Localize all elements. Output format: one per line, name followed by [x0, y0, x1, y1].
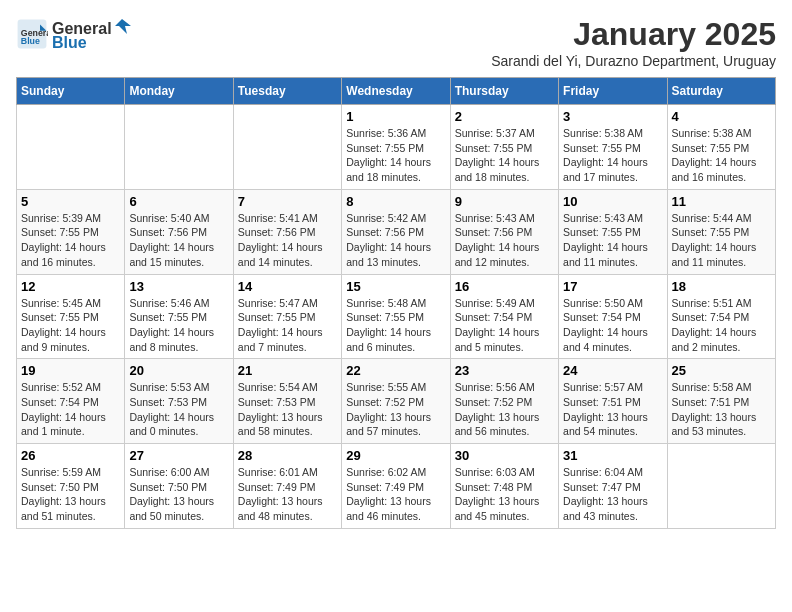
table-row: 5Sunrise: 5:39 AM Sunset: 7:55 PM Daylig…: [17, 189, 125, 274]
day-number: 1: [346, 109, 445, 124]
table-row: 14Sunrise: 5:47 AM Sunset: 7:55 PM Dayli…: [233, 274, 341, 359]
day-number: 18: [672, 279, 771, 294]
table-row: 10Sunrise: 5:43 AM Sunset: 7:55 PM Dayli…: [559, 189, 667, 274]
calendar-week-row: 5Sunrise: 5:39 AM Sunset: 7:55 PM Daylig…: [17, 189, 776, 274]
table-row: [667, 444, 775, 529]
logo: General Blue General Blue: [16, 16, 131, 52]
day-info: Sunrise: 6:02 AM Sunset: 7:49 PM Dayligh…: [346, 465, 445, 524]
day-number: 19: [21, 363, 120, 378]
day-info: Sunrise: 5:46 AM Sunset: 7:55 PM Dayligh…: [129, 296, 228, 355]
calendar-header-row: Sunday Monday Tuesday Wednesday Thursday…: [17, 78, 776, 105]
day-info: Sunrise: 5:43 AM Sunset: 7:56 PM Dayligh…: [455, 211, 554, 270]
day-info: Sunrise: 5:39 AM Sunset: 7:55 PM Dayligh…: [21, 211, 120, 270]
day-number: 12: [21, 279, 120, 294]
day-number: 7: [238, 194, 337, 209]
day-info: Sunrise: 5:51 AM Sunset: 7:54 PM Dayligh…: [672, 296, 771, 355]
calendar-week-row: 1Sunrise: 5:36 AM Sunset: 7:55 PM Daylig…: [17, 105, 776, 190]
table-row: 29Sunrise: 6:02 AM Sunset: 7:49 PM Dayli…: [342, 444, 450, 529]
calendar-table: Sunday Monday Tuesday Wednesday Thursday…: [16, 77, 776, 529]
day-info: Sunrise: 5:45 AM Sunset: 7:55 PM Dayligh…: [21, 296, 120, 355]
calendar-week-row: 12Sunrise: 5:45 AM Sunset: 7:55 PM Dayli…: [17, 274, 776, 359]
day-number: 21: [238, 363, 337, 378]
col-friday: Friday: [559, 78, 667, 105]
title-block: January 2025 Sarandi del Yi, Durazno Dep…: [491, 16, 776, 69]
table-row: [125, 105, 233, 190]
day-number: 11: [672, 194, 771, 209]
month-title: January 2025: [491, 16, 776, 53]
table-row: 9Sunrise: 5:43 AM Sunset: 7:56 PM Daylig…: [450, 189, 558, 274]
day-number: 25: [672, 363, 771, 378]
svg-marker-4: [115, 19, 131, 34]
table-row: 21Sunrise: 5:54 AM Sunset: 7:53 PM Dayli…: [233, 359, 341, 444]
table-row: 18Sunrise: 5:51 AM Sunset: 7:54 PM Dayli…: [667, 274, 775, 359]
day-info: Sunrise: 5:40 AM Sunset: 7:56 PM Dayligh…: [129, 211, 228, 270]
day-info: Sunrise: 6:04 AM Sunset: 7:47 PM Dayligh…: [563, 465, 662, 524]
day-number: 13: [129, 279, 228, 294]
calendar-week-row: 26Sunrise: 5:59 AM Sunset: 7:50 PM Dayli…: [17, 444, 776, 529]
col-saturday: Saturday: [667, 78, 775, 105]
day-number: 30: [455, 448, 554, 463]
col-sunday: Sunday: [17, 78, 125, 105]
day-info: Sunrise: 5:55 AM Sunset: 7:52 PM Dayligh…: [346, 380, 445, 439]
table-row: 28Sunrise: 6:01 AM Sunset: 7:49 PM Dayli…: [233, 444, 341, 529]
table-row: [17, 105, 125, 190]
day-info: Sunrise: 6:03 AM Sunset: 7:48 PM Dayligh…: [455, 465, 554, 524]
table-row: 4Sunrise: 5:38 AM Sunset: 7:55 PM Daylig…: [667, 105, 775, 190]
day-info: Sunrise: 6:00 AM Sunset: 7:50 PM Dayligh…: [129, 465, 228, 524]
table-row: 3Sunrise: 5:38 AM Sunset: 7:55 PM Daylig…: [559, 105, 667, 190]
day-info: Sunrise: 5:49 AM Sunset: 7:54 PM Dayligh…: [455, 296, 554, 355]
day-number: 31: [563, 448, 662, 463]
day-number: 16: [455, 279, 554, 294]
day-info: Sunrise: 5:54 AM Sunset: 7:53 PM Dayligh…: [238, 380, 337, 439]
day-number: 15: [346, 279, 445, 294]
day-info: Sunrise: 5:59 AM Sunset: 7:50 PM Dayligh…: [21, 465, 120, 524]
table-row: [233, 105, 341, 190]
logo-icon: General Blue: [16, 18, 48, 50]
table-row: 19Sunrise: 5:52 AM Sunset: 7:54 PM Dayli…: [17, 359, 125, 444]
table-row: 20Sunrise: 5:53 AM Sunset: 7:53 PM Dayli…: [125, 359, 233, 444]
col-wednesday: Wednesday: [342, 78, 450, 105]
day-info: Sunrise: 5:42 AM Sunset: 7:56 PM Dayligh…: [346, 211, 445, 270]
table-row: 22Sunrise: 5:55 AM Sunset: 7:52 PM Dayli…: [342, 359, 450, 444]
table-row: 2Sunrise: 5:37 AM Sunset: 7:55 PM Daylig…: [450, 105, 558, 190]
logo-bird-icon: [113, 16, 131, 34]
page-header: General Blue General Blue January 2025 S…: [16, 16, 776, 69]
table-row: 27Sunrise: 6:00 AM Sunset: 7:50 PM Dayli…: [125, 444, 233, 529]
day-info: Sunrise: 5:38 AM Sunset: 7:55 PM Dayligh…: [563, 126, 662, 185]
table-row: 7Sunrise: 5:41 AM Sunset: 7:56 PM Daylig…: [233, 189, 341, 274]
day-number: 17: [563, 279, 662, 294]
day-number: 20: [129, 363, 228, 378]
col-monday: Monday: [125, 78, 233, 105]
table-row: 15Sunrise: 5:48 AM Sunset: 7:55 PM Dayli…: [342, 274, 450, 359]
day-number: 26: [21, 448, 120, 463]
day-info: Sunrise: 5:50 AM Sunset: 7:54 PM Dayligh…: [563, 296, 662, 355]
day-info: Sunrise: 5:56 AM Sunset: 7:52 PM Dayligh…: [455, 380, 554, 439]
day-number: 27: [129, 448, 228, 463]
table-row: 23Sunrise: 5:56 AM Sunset: 7:52 PM Dayli…: [450, 359, 558, 444]
table-row: 12Sunrise: 5:45 AM Sunset: 7:55 PM Dayli…: [17, 274, 125, 359]
day-info: Sunrise: 5:36 AM Sunset: 7:55 PM Dayligh…: [346, 126, 445, 185]
table-row: 11Sunrise: 5:44 AM Sunset: 7:55 PM Dayli…: [667, 189, 775, 274]
day-info: Sunrise: 5:48 AM Sunset: 7:55 PM Dayligh…: [346, 296, 445, 355]
day-info: Sunrise: 5:53 AM Sunset: 7:53 PM Dayligh…: [129, 380, 228, 439]
day-info: Sunrise: 5:44 AM Sunset: 7:55 PM Dayligh…: [672, 211, 771, 270]
table-row: 31Sunrise: 6:04 AM Sunset: 7:47 PM Dayli…: [559, 444, 667, 529]
day-info: Sunrise: 5:43 AM Sunset: 7:55 PM Dayligh…: [563, 211, 662, 270]
day-number: 22: [346, 363, 445, 378]
table-row: 30Sunrise: 6:03 AM Sunset: 7:48 PM Dayli…: [450, 444, 558, 529]
day-info: Sunrise: 5:57 AM Sunset: 7:51 PM Dayligh…: [563, 380, 662, 439]
day-number: 23: [455, 363, 554, 378]
day-number: 3: [563, 109, 662, 124]
day-number: 24: [563, 363, 662, 378]
day-number: 14: [238, 279, 337, 294]
table-row: 17Sunrise: 5:50 AM Sunset: 7:54 PM Dayli…: [559, 274, 667, 359]
day-number: 10: [563, 194, 662, 209]
day-number: 28: [238, 448, 337, 463]
svg-text:Blue: Blue: [21, 36, 40, 46]
day-number: 9: [455, 194, 554, 209]
day-info: Sunrise: 6:01 AM Sunset: 7:49 PM Dayligh…: [238, 465, 337, 524]
table-row: 24Sunrise: 5:57 AM Sunset: 7:51 PM Dayli…: [559, 359, 667, 444]
col-thursday: Thursday: [450, 78, 558, 105]
table-row: 8Sunrise: 5:42 AM Sunset: 7:56 PM Daylig…: [342, 189, 450, 274]
day-info: Sunrise: 5:52 AM Sunset: 7:54 PM Dayligh…: [21, 380, 120, 439]
